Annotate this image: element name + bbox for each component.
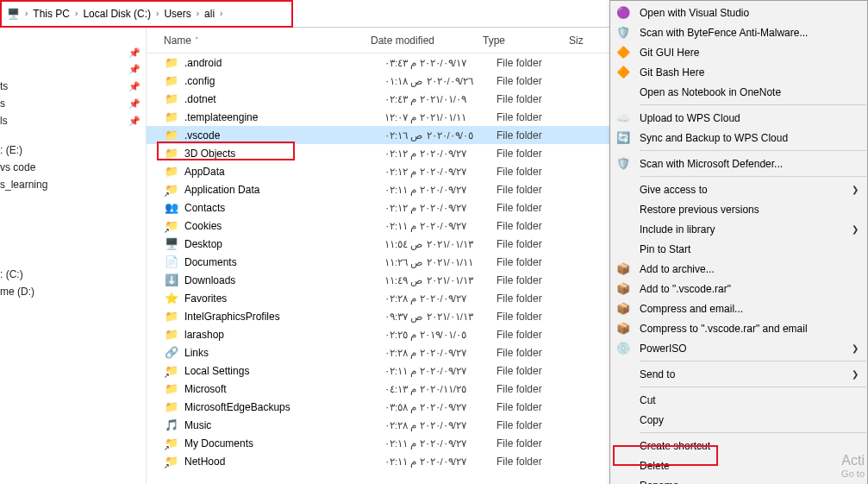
menu-item-label: Delete <box>640 460 670 472</box>
menu-item[interactable]: 📦Add to ".vscode.rar" <box>610 279 867 299</box>
context-menu[interactable]: 🟣Open with Visual Studio🛡️Scan with Byte… <box>609 0 868 484</box>
menu-item[interactable]: Create shortcut <box>610 436 867 456</box>
col-name-header[interactable]: Name ˄ <box>147 35 371 47</box>
file-name: .vscode <box>184 129 384 141</box>
contacts-icon: 👥 <box>164 201 179 215</box>
menu-item[interactable]: Delete <box>610 456 867 475</box>
menu-item-label: Rename <box>640 480 678 485</box>
menu-item-label: Copy <box>640 414 664 426</box>
chevron-right-icon[interactable]: › <box>75 9 78 18</box>
menu-item[interactable]: 💿PowerISO❯ <box>610 338 867 358</box>
menu-item-label: Include in library <box>640 223 715 236</box>
menu-item[interactable]: Cut <box>610 390 867 410</box>
file-date: ٢٠٢٠/٠٩/٢٧ م ٠٢:١١ <box>384 220 496 232</box>
file-name: Downloads <box>184 274 384 286</box>
menu-item[interactable]: Rename <box>610 475 867 484</box>
breadcrumb-part[interactable]: Local Disk (C:) <box>83 8 151 20</box>
file-name: Application Data <box>184 184 384 196</box>
file-date: ٢٠٢٠/٠٩/٢٧ م ٠٢:١٢ <box>384 202 496 214</box>
col-date-header[interactable]: Date modified <box>371 35 483 47</box>
menu-item[interactable]: Include in library❯ <box>610 219 867 239</box>
file-name: Microsoft <box>184 383 384 395</box>
file-type: File folder <box>496 437 583 449</box>
rar-icon: 📦 <box>615 301 631 317</box>
menu-item[interactable]: 🛡️Scan with ByteFence Anti-Malware... <box>610 22 867 42</box>
menu-item-label: Compress to ".vscode.rar" and email <box>640 323 808 335</box>
col-type-header[interactable]: Type <box>483 35 569 47</box>
menu-item[interactable]: 🔶Git Bash Here <box>610 62 867 82</box>
chevron-right-icon[interactable]: › <box>156 9 159 18</box>
file-name: Desktop <box>184 238 384 250</box>
menu-item[interactable]: ☁️Upload to WPS Cloud <box>610 108 867 128</box>
file-name: .config <box>184 75 384 87</box>
file-type: File folder <box>496 311 583 323</box>
menu-item[interactable]: Give access to❯ <box>610 179 867 199</box>
breadcrumb-part[interactable]: ali <box>204 8 215 20</box>
file-name: Documents <box>184 256 384 268</box>
rar-icon: 📦 <box>615 261 631 277</box>
blank-icon <box>615 242 631 257</box>
file-name: Favorites <box>184 292 384 305</box>
breadcrumb[interactable]: 🖥️ › This PC › Local Disk (C:) › Users ›… <box>3 8 229 20</box>
breadcrumb-part[interactable]: Users <box>164 8 190 20</box>
sidebar-item[interactable]: 📌 <box>0 61 146 78</box>
menu-item[interactable]: Send to❯ <box>610 364 867 384</box>
breadcrumb-part[interactable]: This PC <box>33 8 70 20</box>
blank-icon <box>615 182 631 198</box>
menu-item[interactable]: Copy <box>610 410 867 430</box>
sidebar-item[interactable]: me (D:) <box>0 283 146 300</box>
file-date: ٢٠٢١/٠١/١١ م ١٢:٠٧ <box>384 111 496 123</box>
menu-item[interactable]: Pin to Start <box>610 239 867 259</box>
shortcut-icon: 📁↗ <box>164 219 179 233</box>
folder-icon: 📁 <box>164 382 179 396</box>
sidebar-item[interactable]: s_learning <box>0 176 146 193</box>
git-icon: 🔶 <box>615 45 631 60</box>
menu-item[interactable]: Restore previous versions <box>610 199 867 219</box>
file-name: Local Settings <box>184 365 384 377</box>
submenu-arrow-icon: ❯ <box>852 369 859 379</box>
folder-icon: 📁 <box>164 92 179 106</box>
file-name: Contacts <box>184 202 384 214</box>
sidebar-item[interactable]: vs code <box>0 159 146 176</box>
menu-item-label: Compress and email... <box>640 303 743 315</box>
sidebar-item[interactable]: ls📌 <box>0 112 146 129</box>
menu-item[interactable]: 🔶Git GUI Here <box>610 42 867 62</box>
menu-item[interactable]: Open as Notebook in OneNote <box>610 82 867 102</box>
menu-item[interactable]: 📦Compress to ".vscode.rar" and email <box>610 318 867 338</box>
file-name: Cookies <box>184 220 384 232</box>
menu-item-label: Git Bash Here <box>640 66 704 79</box>
folder-icon: 📁 <box>164 56 179 70</box>
menu-item[interactable]: 📦Add to archive... <box>610 259 867 279</box>
menu-item[interactable]: 📦Compress and email... <box>610 299 867 318</box>
file-date: ٢٠٢١/٠١/١١ ص ١١:٢٦ <box>384 256 496 268</box>
file-date: ٢٠٢١/٠١/١٣ ص ١١:٥٤ <box>384 238 496 250</box>
file-date: ٢٠٢٠/٠٩/٢٧ م ٠٣:٥٨ <box>384 401 496 413</box>
sidebar-item[interactable]: ts📌 <box>0 78 146 95</box>
menu-item[interactable]: 🔄Sync and Backup to WPS Cloud <box>610 128 867 148</box>
sidebar-item[interactable]: s📌 <box>0 95 146 112</box>
chevron-right-icon[interactable]: › <box>25 9 28 18</box>
menu-item-label: PowerISO <box>640 343 687 355</box>
blank-icon <box>615 85 631 100</box>
file-type: File folder <box>496 256 583 268</box>
menu-item-label: Send to <box>640 368 675 380</box>
sidebar[interactable]: 📌📌ts📌s📌ls📌: (E:)vs codes_learning: (C:)m… <box>0 28 147 484</box>
sidebar-item[interactable]: : (E:) <box>0 141 146 159</box>
shortcut-icon: 📁↗ <box>164 183 179 197</box>
menu-separator <box>640 176 866 177</box>
blank-icon <box>615 458 631 474</box>
chevron-right-icon[interactable]: › <box>197 9 199 18</box>
chevron-right-icon[interactable]: › <box>220 9 222 18</box>
menu-item-label: Sync and Backup to WPS Cloud <box>640 132 788 144</box>
col-name-label: Name <box>164 35 191 47</box>
menu-item[interactable]: 🟣Open with Visual Studio <box>610 3 867 22</box>
sync-icon: 🔄 <box>615 130 631 146</box>
file-date: ٢٠٢٠/٠٩/٢٧ م ٠٢:٢٨ <box>384 292 496 305</box>
file-date: ٢٠٢٠/٠٩/١٧ م ٠٣:٤٣ <box>384 57 496 69</box>
sidebar-item[interactable]: 📌 <box>0 45 146 61</box>
desktop-icon: 🖥️ <box>164 237 179 251</box>
menu-item[interactable]: 🛡️Scan with Microsoft Defender... <box>610 154 867 173</box>
file-name: AppData <box>184 166 384 178</box>
menu-item-label: Open with Visual Studio <box>640 7 749 19</box>
sidebar-item[interactable]: : (C:) <box>0 266 146 283</box>
